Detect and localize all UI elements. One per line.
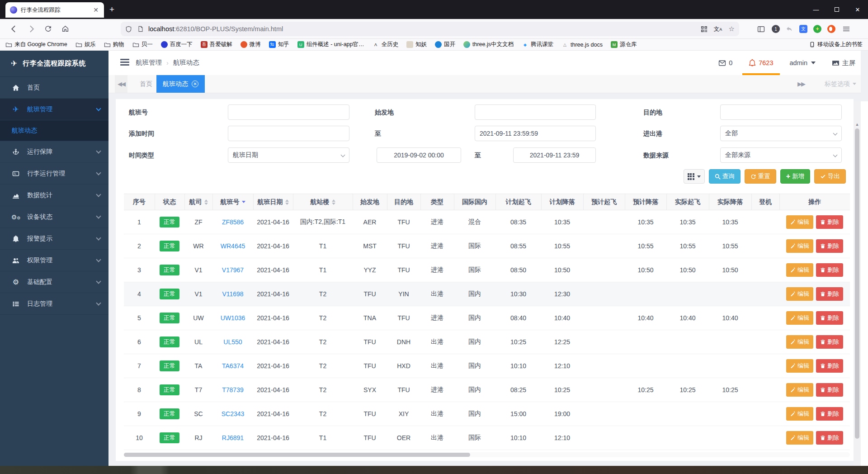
alerts-button[interactable]: 7623: [749, 51, 773, 75]
sidebar-item-list[interactable]: 日志管理: [0, 293, 108, 315]
tab-close-icon[interactable]: ✕: [91, 6, 100, 14]
inout-select[interactable]: 全部: [720, 126, 842, 141]
tab-options-button[interactable]: 标签选项: [825, 75, 856, 93]
browser-tab[interactable]: 行李全流程跟踪 ✕: [5, 2, 104, 18]
sidebar-item-card[interactable]: 行李运行管理: [0, 163, 108, 185]
breadcrumb-parent[interactable]: 航班管理: [136, 58, 162, 67]
window-close-button[interactable]: ✕: [847, 0, 868, 19]
scroll-up-icon[interactable]: ▲: [854, 122, 861, 127]
sort-carets-icon[interactable]: [285, 199, 289, 205]
delete-button[interactable]: 删除: [816, 215, 843, 229]
origin-input[interactable]: [475, 104, 596, 120]
edit-button[interactable]: 编辑: [786, 359, 813, 373]
flight-number-link[interactable]: SC2343: [222, 410, 245, 417]
flight-number-link[interactable]: RJ6891: [222, 434, 244, 441]
sort-carets-icon[interactable]: [204, 199, 208, 205]
sidebar-item-gears[interactable]: ⚙⚙设备状态: [0, 206, 108, 228]
flight-number-link[interactable]: V17967: [222, 266, 244, 274]
bookmark-item[interactable]: ◆腾讯课堂: [522, 41, 553, 48]
reset-button[interactable]: 重置: [745, 169, 776, 184]
bookmark-item[interactable]: 知妖: [406, 41, 427, 48]
sidebar-item-anchor[interactable]: 运行保障: [0, 141, 108, 163]
window-maximize-button[interactable]: [826, 0, 847, 19]
forward-icon[interactable]: [27, 25, 35, 33]
delete-button[interactable]: 删除: [816, 407, 843, 421]
sidebar-item-chart[interactable]: 数据统计: [0, 185, 108, 206]
flight-number-link[interactable]: UL550: [223, 338, 242, 346]
source-select[interactable]: 全部来源: [720, 147, 842, 163]
horizontal-scrollbar[interactable]: [124, 452, 850, 457]
bookmark-item[interactable]: 知知乎: [269, 41, 289, 48]
delete-button[interactable]: 删除: [816, 239, 843, 253]
bookmark-item[interactable]: △three.js docs: [561, 41, 603, 48]
column-header-airline[interactable]: 航司: [184, 194, 212, 210]
bookmark-item[interactable]: M源仓库: [611, 41, 637, 48]
reload-icon[interactable]: [44, 25, 52, 33]
bookmark-item[interactable]: 国开: [435, 41, 455, 48]
edit-button[interactable]: 编辑: [786, 239, 813, 253]
flight-number-link[interactable]: T78739: [222, 386, 243, 393]
edit-button[interactable]: 编辑: [786, 287, 813, 301]
search-button[interactable]: 查询: [709, 169, 741, 184]
column-header-flight[interactable]: 航班号: [212, 194, 253, 210]
translate-extension-icon[interactable]: 文: [799, 25, 807, 33]
fullscreen-button[interactable]: 主屏: [832, 51, 855, 75]
user-menu[interactable]: admin: [790, 51, 816, 75]
export-button[interactable]: 导出: [814, 169, 846, 184]
back-icon[interactable]: [10, 25, 18, 33]
flight-number-link[interactable]: UW1036: [221, 314, 245, 322]
extension-badge-icon[interactable]: 1: [772, 25, 780, 33]
address-bar[interactable]: localhost:62810/BOP-PLUS/System/main.htm…: [121, 22, 739, 36]
sidebar-item-bell[interactable]: 报警提示: [0, 228, 108, 250]
sidebar-item-gear[interactable]: ⚙基础配置: [0, 271, 108, 293]
undo-extension-icon[interactable]: [786, 25, 793, 33]
bookmark-item[interactable]: 来自 Google Chrome: [5, 41, 67, 48]
orange-extension-icon[interactable]: [827, 25, 835, 33]
delete-button[interactable]: 删除: [816, 287, 843, 301]
tabs-scroll-left-icon[interactable]: ◀◀: [115, 75, 127, 93]
time-type-select[interactable]: 航班日期: [228, 147, 349, 163]
bookmark-item[interactable]: U组件概述 - uni-app官…: [297, 41, 364, 48]
range-end-input[interactable]: [513, 147, 596, 163]
delete-button[interactable]: 删除: [816, 431, 843, 445]
delete-button[interactable]: 删除: [816, 335, 843, 349]
new-tab-button[interactable]: +: [109, 5, 114, 14]
green-extension-icon[interactable]: +: [813, 25, 821, 33]
bookmark-item[interactable]: 购物: [104, 41, 124, 48]
edit-button[interactable]: 编辑: [786, 431, 813, 445]
collapse-menu-icon[interactable]: [120, 59, 129, 66]
flight-number-link[interactable]: WR4645: [221, 242, 245, 250]
flight-number-link[interactable]: ZF8586: [222, 218, 244, 226]
sort-carets-icon[interactable]: [332, 199, 335, 205]
delete-button[interactable]: 删除: [816, 311, 843, 325]
flight-number-link[interactable]: TA6374: [222, 362, 244, 370]
scrollbar-thumb[interactable]: [855, 128, 859, 439]
window-minimize-button[interactable]: —: [806, 0, 826, 19]
home-icon[interactable]: [61, 25, 70, 33]
edit-button[interactable]: 编辑: [786, 215, 813, 229]
bookmark-item[interactable]: 娱乐: [75, 41, 96, 48]
mobile-bookmarks[interactable]: 移动设备上的书签: [809, 41, 863, 48]
bookmark-item[interactable]: 百度一下: [161, 41, 193, 48]
column-toggle-button[interactable]: [684, 169, 705, 184]
tabs-scroll-right-icon[interactable]: ▶▶: [795, 75, 807, 93]
tab-home[interactable]: 首页: [133, 75, 159, 93]
dest-input[interactable]: [720, 104, 842, 120]
qr-code-icon[interactable]: [701, 26, 708, 33]
edit-button[interactable]: 编辑: [786, 263, 813, 277]
edit-button[interactable]: 编辑: [786, 335, 813, 349]
bookmark-item[interactable]: 贝一: [132, 41, 153, 48]
delete-button[interactable]: 删除: [816, 359, 843, 373]
scrollbar-thumb[interactable]: [124, 453, 470, 457]
tab-close-icon[interactable]: ✕: [192, 81, 198, 87]
bookmark-star-icon[interactable]: ☆: [729, 25, 735, 33]
flight-number-link[interactable]: V11698: [222, 290, 243, 298]
vertical-scrollbar[interactable]: ▲ ▼: [854, 101, 861, 474]
edit-button[interactable]: 编辑: [786, 407, 813, 421]
sidebar-panel-icon[interactable]: [756, 24, 766, 34]
edit-button[interactable]: 编辑: [786, 311, 813, 325]
delete-button[interactable]: 删除: [816, 263, 843, 277]
add-button[interactable]: + 新增: [780, 169, 810, 184]
arrive-end-input[interactable]: [475, 126, 596, 141]
flight-no-input[interactable]: [228, 104, 349, 120]
